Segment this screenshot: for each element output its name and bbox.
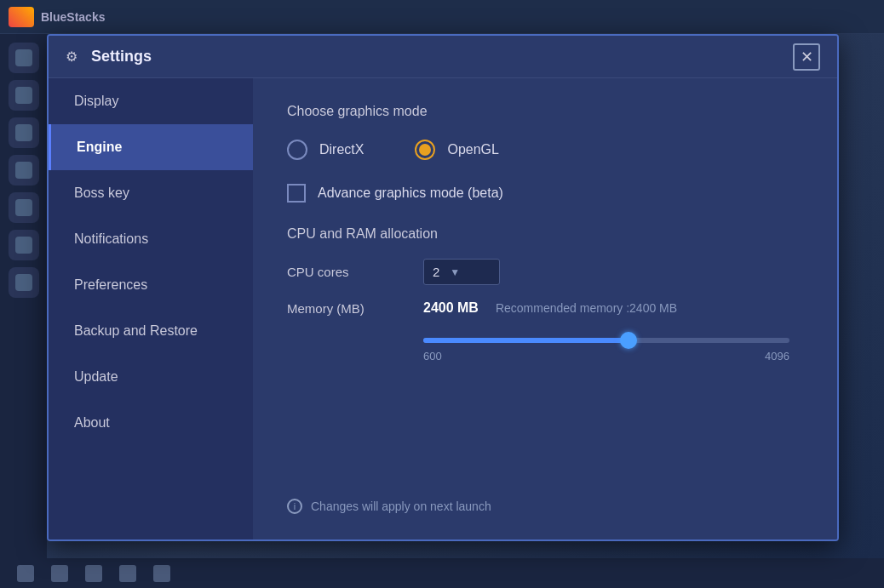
memory-slider-track[interactable] [423, 338, 789, 343]
side-icon-7[interactable] [9, 267, 39, 298]
advance-graphics-checkbox[interactable] [287, 184, 306, 203]
bottom-icon-1[interactable] [17, 565, 34, 582]
slider-min-label: 600 [423, 350, 442, 363]
memory-recommended: Recommended memory :2400 MB [496, 301, 677, 315]
slider-labels: 600 4096 [423, 350, 789, 363]
close-button[interactable]: ✕ [793, 43, 820, 71]
memory-row: Memory (MB) 2400 MB Recommended memory :… [287, 300, 803, 316]
side-icon-4[interactable] [9, 155, 39, 186]
footer-note: i Changes will apply on next launch [287, 499, 803, 514]
sidebar-item-backup-restore[interactable]: Backup and Restore [49, 308, 253, 354]
sidebar-item-notifications[interactable]: Notifications [49, 216, 253, 262]
info-icon: i [287, 499, 302, 514]
memory-slider-fill [423, 338, 629, 343]
footer-note-text: Changes will apply on next launch [311, 500, 491, 513]
memory-slider-container: 600 4096 [423, 338, 803, 363]
opengl-label: OpenGL [447, 142, 498, 157]
slider-max-label: 4096 [765, 350, 789, 363]
memory-value: 2400 MB [423, 300, 479, 316]
taskbar: BlueStacks [0, 0, 884, 34]
sidebar-item-engine[interactable]: Engine [49, 124, 253, 170]
title-bar: ⚙ Settings ✕ [49, 36, 837, 78]
app-logo [9, 7, 34, 27]
app-title: BlueStacks [41, 10, 105, 24]
settings-icon: ⚙ [66, 49, 83, 66]
sidebar-item-update[interactable]: Update [49, 354, 253, 400]
bottom-icon-4[interactable] [119, 565, 136, 582]
bottom-icon-2[interactable] [51, 565, 68, 582]
memory-slider-thumb[interactable] [620, 332, 637, 349]
cpu-ram-title: CPU and RAM allocation [287, 226, 803, 242]
advance-graphics-row[interactable]: Advance graphics mode (beta) [287, 184, 803, 203]
sidebar-item-display[interactable]: Display [49, 78, 253, 124]
cpu-cores-label: CPU cores [287, 265, 423, 279]
sidebar-item-preferences[interactable]: Preferences [49, 262, 253, 308]
select-arrow-icon: ▼ [450, 266, 460, 278]
bottom-taskbar [0, 558, 884, 588]
directx-label: DirectX [319, 142, 364, 157]
opengl-option[interactable]: OpenGL [415, 140, 498, 160]
opengl-radio[interactable] [415, 140, 435, 160]
settings-dialog: ⚙ Settings ✕ Display Engine Boss key Not… [47, 34, 839, 541]
graphics-mode-title: Choose graphics mode [287, 104, 803, 119]
sidebar: Display Engine Boss key Notifications Pr… [49, 78, 253, 539]
side-icon-bar [0, 34, 47, 558]
side-icon-2[interactable] [9, 80, 39, 111]
bottom-icon-5[interactable] [153, 565, 170, 582]
side-icon-6[interactable] [9, 230, 39, 260]
cpu-cores-select[interactable]: 2 ▼ [423, 259, 500, 285]
sidebar-item-about[interactable]: About [49, 400, 253, 446]
directx-radio[interactable] [287, 140, 307, 160]
main-panel: Choose graphics mode DirectX OpenGL Ad [253, 78, 837, 539]
bottom-icon-3[interactable] [85, 565, 102, 582]
side-icon-3[interactable] [9, 117, 39, 148]
advance-graphics-label: Advance graphics mode (beta) [318, 186, 503, 201]
dialog-title: Settings [91, 48, 793, 66]
memory-label: Memory (MB) [287, 301, 423, 316]
side-icon-5[interactable] [9, 192, 39, 223]
directx-option[interactable]: DirectX [287, 140, 364, 160]
modal-overlay: ⚙ Settings ✕ Display Engine Boss key Not… [47, 34, 875, 558]
content-area: Display Engine Boss key Notifications Pr… [49, 78, 837, 539]
sidebar-item-boss-key[interactable]: Boss key [49, 170, 253, 216]
cpu-cores-row: CPU cores 2 ▼ [287, 259, 803, 285]
graphics-mode-options: DirectX OpenGL [287, 140, 803, 160]
cpu-cores-value: 2 [433, 265, 439, 279]
side-icon-1[interactable] [9, 43, 39, 73]
